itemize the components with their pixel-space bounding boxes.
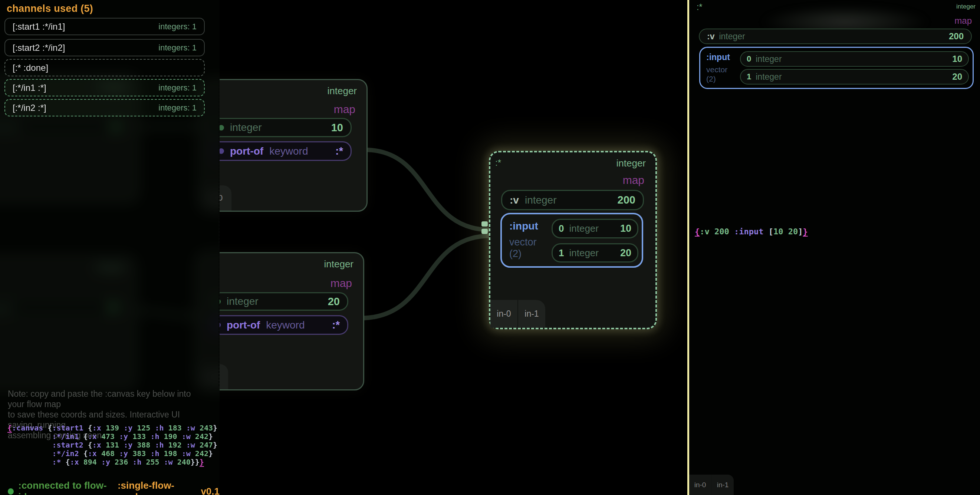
pill-type: integer	[719, 32, 745, 41]
input-arity-label: (2)	[509, 248, 522, 260]
node-tabs: in-0 in-1	[490, 300, 545, 328]
node-inspector-panel: :* integer map :v integer 200 :input vec…	[687, 0, 980, 495]
pill-index: 0	[747, 54, 751, 64]
input-kind-label: vector	[509, 236, 537, 248]
inspector-node-title: :*	[697, 2, 702, 12]
node-fn-label: map	[623, 174, 644, 187]
pill-type: integer	[227, 295, 259, 308]
pill-value: 10	[331, 122, 343, 134]
status-mode-label: :single-flow-mode	[118, 480, 196, 495]
value-pill-v[interactable]: :v integer 200	[501, 190, 644, 210]
node-value-code: {:v 200 :input [10 20]}	[695, 227, 808, 236]
pill-type: integer	[569, 223, 599, 234]
pill-key: port-of	[227, 319, 260, 331]
pill-type: keyword	[269, 145, 308, 157]
status-version-label: v0.1	[200, 486, 220, 495]
pill-value: :*	[335, 145, 343, 157]
pill-type: integer	[230, 122, 262, 133]
pill-type: integer	[756, 54, 781, 64]
channel-item[interactable]: [:start1 :*/in1] integers: 1	[5, 18, 205, 35]
status-bar: :connected to flow-id :single-flow-mode …	[8, 480, 220, 495]
pill-index: 1	[747, 72, 751, 82]
pill-value: 20	[620, 248, 631, 259]
tab-in-0[interactable]: in-0	[689, 474, 711, 495]
status-connected-label: :connected to flow-id	[18, 480, 111, 495]
channel-label: [:start1 :*/in1]	[13, 22, 65, 32]
input-kind-label: vector	[706, 65, 727, 74]
pill-value: 10	[952, 54, 962, 64]
input-key-label: :input	[706, 52, 730, 62]
node-title: :*	[495, 157, 501, 168]
channel-label: [:*/in2 :*]	[13, 103, 46, 113]
wire-in2-star	[361, 236, 490, 318]
node-in2[interactable]: integer map integer 20 port-of keyword :…	[196, 252, 364, 390]
channel-item[interactable]: [:*/in1 :*] integers: 1	[5, 79, 205, 97]
tab-in-1[interactable]: in-1	[517, 300, 545, 328]
channels-title: channels used (5)	[7, 3, 93, 14]
pill-value: 10	[620, 223, 631, 234]
note-line: Note: copy and paste the :canvas key bel…	[8, 389, 204, 409]
inspector-type-label: integer	[956, 3, 975, 10]
pill-index: 0	[558, 223, 564, 234]
inspector-fn-label: map	[955, 16, 972, 26]
pill-type: integer	[569, 248, 599, 259]
vector-item-pill[interactable]: 0 integer 10	[740, 51, 969, 67]
pill-value: 200	[617, 194, 635, 206]
channel-count: integers: 1	[158, 83, 197, 93]
input-port-icon	[482, 221, 488, 227]
tab-in-0[interactable]: in-0	[490, 300, 517, 328]
canvas-code-block: {:canvas {:start1 {:x 139 :y 125 :h 183 …	[8, 424, 217, 466]
input-port-icon	[482, 229, 488, 234]
channel-count: integers: 1	[158, 43, 197, 52]
value-pill-v[interactable]: :v integer 200	[699, 29, 972, 44]
node-type-label: integer	[328, 85, 357, 97]
vector-item-pill[interactable]: 1 integer 20	[552, 243, 638, 262]
pill-type: keyword	[266, 319, 304, 331]
pill-index: 1	[558, 248, 564, 259]
value-pill[interactable]: integer 20	[207, 292, 348, 311]
vector-item-pill[interactable]: 0 integer 10	[552, 219, 638, 238]
channel-item[interactable]: [:* :done]	[5, 59, 205, 76]
input-key-label: :input	[509, 220, 538, 232]
pill-value: :*	[332, 319, 340, 331]
port-pill[interactable]: port-of keyword :*	[210, 141, 352, 161]
channel-count: integers: 1	[158, 103, 197, 113]
pill-type: integer	[525, 194, 557, 206]
channel-label: [:* :done]	[13, 63, 48, 73]
pill-key: :v	[510, 194, 519, 206]
wire-in1-star	[364, 150, 490, 230]
input-arity-label: (2)	[706, 75, 716, 83]
node-star-selected[interactable]: :* integer map :v integer 200 :input vec…	[489, 151, 657, 329]
node-fn-label: map	[334, 103, 355, 116]
pill-value: 20	[328, 295, 340, 308]
input-vector-group[interactable]: :input vector (2) 0 integer 10 1 integer…	[500, 213, 643, 268]
node-type-label: integer	[324, 259, 354, 270]
channel-item[interactable]: [:*/in2 :*] integers: 1	[5, 99, 205, 116]
pill-key: :v	[707, 32, 714, 41]
inspector-tabs: in-0 in-1	[689, 474, 734, 495]
pill-key: port-of	[230, 145, 263, 157]
pill-value: 200	[949, 31, 964, 41]
node-fn-label: map	[331, 277, 352, 290]
channel-count: integers: 1	[158, 22, 197, 32]
vector-item-pill[interactable]: 1 integer 20	[740, 69, 969, 84]
pill-type: integer	[756, 72, 781, 82]
channel-label: [:*/in1 :*]	[13, 82, 46, 93]
pill-value: 20	[952, 71, 962, 82]
channel-label: [:start2 :*/in2]	[13, 43, 65, 53]
port-pill[interactable]: port-of keyword :*	[207, 315, 348, 335]
panel-edge-dashed-divider	[218, 78, 220, 386]
channels-panel: channels used (5) [:start1 :*/in1] integ…	[0, 0, 220, 495]
channel-item[interactable]: [:start2 :*/in2] integers: 1	[5, 39, 205, 56]
node-in1[interactable]: integer map integer 10 port-of keyword :…	[199, 79, 368, 212]
input-vector-group[interactable]: :input vector (2) 0 integer 10 1 integer…	[699, 47, 974, 89]
node-type-label: integer	[616, 157, 646, 169]
tab-in-1[interactable]: in-1	[711, 474, 734, 495]
value-pill[interactable]: integer 10	[210, 118, 352, 137]
connected-status-icon	[8, 488, 14, 495]
